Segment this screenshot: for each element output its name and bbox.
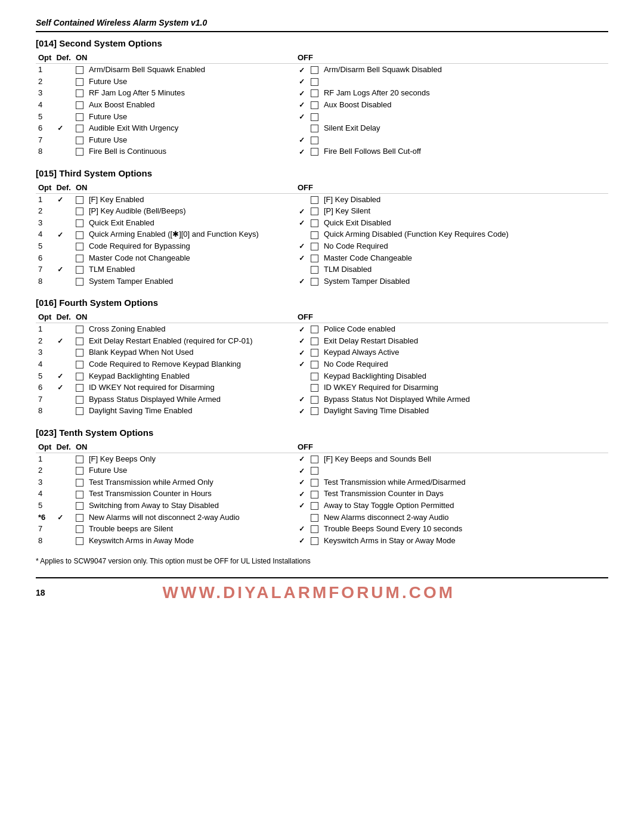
cell-on-checkbox[interactable]	[73, 275, 86, 287]
cell-on-checkbox[interactable]	[73, 453, 86, 465]
cell-on-checkbox[interactable]	[73, 145, 86, 157]
checkbox-on[interactable]	[76, 196, 83, 204]
checkbox-off[interactable]	[311, 208, 318, 215]
cell-on-checkbox[interactable]	[73, 523, 86, 535]
checkbox-off[interactable]	[311, 278, 318, 286]
cell-on-checkbox[interactable]	[73, 217, 86, 229]
cell-off-checkbox[interactable]	[308, 488, 321, 500]
checkbox-off[interactable]	[311, 456, 318, 463]
checkbox-on[interactable]	[76, 467, 83, 475]
cell-off-checkbox[interactable]	[308, 358, 321, 370]
cell-on-checkbox[interactable]	[73, 252, 86, 264]
cell-off-checkbox[interactable]	[308, 99, 321, 111]
cell-on-checkbox[interactable]	[73, 134, 86, 145]
checkbox-off[interactable]	[311, 125, 318, 132]
checkbox-off[interactable]	[311, 396, 318, 404]
cell-off-checkbox[interactable]	[308, 145, 321, 157]
cell-on-checkbox[interactable]	[73, 405, 86, 417]
cell-on-checkbox[interactable]	[73, 335, 86, 347]
checkbox-on[interactable]	[76, 148, 83, 156]
cell-off-checkbox[interactable]	[308, 264, 321, 275]
checkbox-on[interactable]	[76, 243, 83, 250]
checkbox-off[interactable]	[311, 231, 318, 239]
cell-off-checkbox[interactable]	[308, 453, 321, 465]
checkbox-on[interactable]	[76, 514, 83, 522]
checkbox-on[interactable]	[76, 326, 83, 333]
checkbox-off[interactable]	[311, 525, 318, 533]
cell-off-checkbox[interactable]	[308, 110, 321, 122]
cell-off-checkbox[interactable]	[308, 476, 321, 488]
checkbox-off[interactable]	[311, 148, 318, 156]
cell-on-checkbox[interactable]	[73, 64, 86, 76]
checkbox-on[interactable]	[76, 361, 83, 368]
checkbox-on[interactable]	[76, 101, 83, 109]
cell-off-checkbox[interactable]	[308, 465, 321, 476]
checkbox-off[interactable]	[311, 373, 318, 380]
checkbox-off[interactable]	[311, 361, 318, 368]
checkbox-on[interactable]	[76, 456, 83, 463]
cell-on-checkbox[interactable]	[73, 465, 86, 476]
checkbox-off[interactable]	[311, 502, 318, 510]
checkbox-on[interactable]	[76, 78, 83, 86]
checkbox-off[interactable]	[311, 196, 318, 204]
cell-off-checkbox[interactable]	[308, 228, 321, 240]
cell-on-checkbox[interactable]	[73, 99, 86, 111]
cell-off-checkbox[interactable]	[308, 193, 321, 205]
checkbox-off[interactable]	[311, 407, 318, 415]
cell-off-checkbox[interactable]	[308, 76, 321, 88]
checkbox-off[interactable]	[311, 243, 318, 250]
cell-on-checkbox[interactable]	[73, 240, 86, 252]
checkbox-off[interactable]	[311, 491, 318, 498]
checkbox-off[interactable]	[311, 89, 318, 97]
checkbox-off[interactable]	[311, 384, 318, 392]
checkbox-on[interactable]	[76, 113, 83, 121]
checkbox-off[interactable]	[311, 349, 318, 357]
checkbox-off[interactable]	[311, 113, 318, 121]
cell-on-checkbox[interactable]	[73, 193, 86, 205]
checkbox-off[interactable]	[311, 467, 318, 475]
checkbox-off[interactable]	[311, 326, 318, 333]
checkbox-on[interactable]	[76, 407, 83, 415]
checkbox-on[interactable]	[76, 502, 83, 510]
cell-off-checkbox[interactable]	[308, 64, 321, 76]
cell-on-checkbox[interactable]	[73, 476, 86, 488]
checkbox-off[interactable]	[311, 266, 318, 274]
cell-off-checkbox[interactable]	[308, 382, 321, 394]
checkbox-off[interactable]	[311, 337, 318, 345]
checkbox-on[interactable]	[76, 125, 83, 132]
checkbox-off[interactable]	[311, 137, 318, 144]
checkbox-off[interactable]	[311, 479, 318, 487]
cell-on-checkbox[interactable]	[73, 122, 86, 134]
cell-off-checkbox[interactable]	[308, 323, 321, 335]
checkbox-off[interactable]	[311, 78, 318, 86]
checkbox-on[interactable]	[76, 231, 83, 239]
checkbox-on[interactable]	[76, 278, 83, 286]
cell-off-checkbox[interactable]	[308, 205, 321, 217]
checkbox-on[interactable]	[76, 208, 83, 215]
cell-off-checkbox[interactable]	[308, 252, 321, 264]
checkbox-on[interactable]	[76, 349, 83, 357]
checkbox-on[interactable]	[76, 373, 83, 380]
cell-off-checkbox[interactable]	[308, 393, 321, 405]
checkbox-on[interactable]	[76, 337, 83, 345]
checkbox-on[interactable]	[76, 396, 83, 404]
cell-off-checkbox[interactable]	[308, 511, 321, 523]
checkbox-on[interactable]	[76, 66, 83, 74]
checkbox-off[interactable]	[311, 255, 318, 262]
checkbox-on[interactable]	[76, 479, 83, 487]
cell-off-checkbox[interactable]	[308, 122, 321, 134]
checkbox-on[interactable]	[76, 525, 83, 533]
checkbox-off[interactable]	[311, 537, 318, 545]
checkbox-on[interactable]	[76, 89, 83, 97]
checkbox-off[interactable]	[311, 514, 318, 522]
cell-on-checkbox[interactable]	[73, 323, 86, 335]
cell-off-checkbox[interactable]	[308, 335, 321, 347]
checkbox-off[interactable]	[311, 101, 318, 109]
cell-off-checkbox[interactable]	[308, 534, 321, 546]
checkbox-on[interactable]	[76, 255, 83, 262]
cell-off-checkbox[interactable]	[308, 87, 321, 99]
cell-on-checkbox[interactable]	[73, 264, 86, 275]
cell-on-checkbox[interactable]	[73, 511, 86, 523]
cell-off-checkbox[interactable]	[308, 134, 321, 145]
cell-off-checkbox[interactable]	[308, 500, 321, 512]
